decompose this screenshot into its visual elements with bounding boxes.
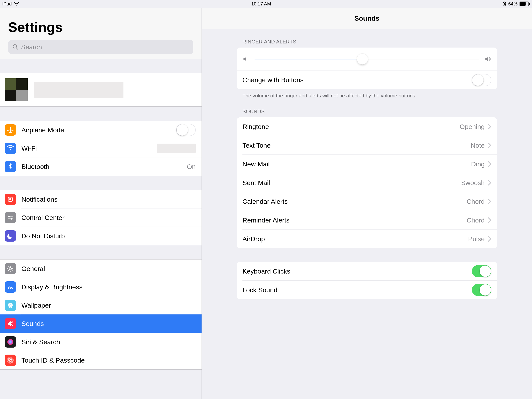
- bell-square-icon: [5, 194, 16, 205]
- chevron-right-icon: [488, 217, 491, 223]
- sidebar-item-label: General: [21, 265, 196, 273]
- sound-row-airdrop[interactable]: AirDrop Pulse: [237, 230, 497, 248]
- svg-line-17: [8, 266, 9, 267]
- profile-row[interactable]: [0, 73, 202, 106]
- clock: 10:17 AM: [19, 1, 503, 7]
- sidebar-item-label: Wi-Fi: [21, 145, 157, 152]
- speaker-high-icon: [484, 56, 491, 63]
- search-icon: [13, 44, 18, 50]
- toggle-row-keyboard clicks: Keyboard Clicks: [237, 262, 497, 281]
- sidebar-item-label: Notifications: [21, 196, 196, 203]
- sound-row-text tone[interactable]: Text Tone Note: [237, 136, 497, 155]
- sliders-icon: [5, 212, 16, 223]
- sound-row-reminder alerts[interactable]: Reminder Alerts Chord: [237, 211, 497, 230]
- sidebar-item-airplane[interactable]: Airplane Mode: [0, 121, 202, 139]
- svg-point-30: [10, 360, 11, 361]
- svg-point-29: [7, 339, 13, 345]
- sound-value: Chord: [467, 216, 485, 224]
- flower-icon: [5, 300, 16, 311]
- sidebar-item-touchid[interactable]: Touch ID & Passcode: [0, 351, 202, 369]
- sound-value: Note: [471, 142, 485, 149]
- profile-name: [34, 82, 123, 98]
- speaker-icon: [5, 318, 16, 329]
- sound-value: Pulse: [468, 235, 485, 243]
- sidebar-item-display[interactable]: AA Display & Brightness: [0, 278, 202, 296]
- sidebar-item-wifi[interactable]: Wi-Fi: [0, 139, 202, 157]
- chevron-right-icon: [488, 236, 491, 242]
- svg-rect-1: [520, 2, 526, 6]
- sound-label: Ringtone: [242, 123, 460, 130]
- svg-line-4: [16, 48, 18, 49]
- svg-line-15: [8, 270, 9, 271]
- wifi-icon: [14, 2, 19, 6]
- svg-rect-8: [8, 216, 13, 217]
- svg-point-24: [10, 306, 12, 308]
- airplane-icon: [5, 124, 16, 135]
- bluetooth-value: On: [187, 163, 196, 170]
- bluetooth-icon: [5, 161, 16, 172]
- sidebar-item-label: Display & Brightness: [21, 283, 196, 291]
- svg-point-11: [9, 268, 12, 270]
- change-buttons-toggle[interactable]: [472, 74, 491, 86]
- chevron-right-icon: [488, 142, 491, 148]
- sound-value: Opening: [460, 123, 485, 130]
- wifi-value: [157, 144, 196, 153]
- sidebar-item-label: Siri & Search: [21, 338, 196, 346]
- text-size-icon: AA: [5, 281, 16, 293]
- airplane-toggle[interactable]: [176, 124, 196, 136]
- search-placeholder: Search: [21, 43, 42, 51]
- sidebar-item-siri[interactable]: Siri & Search: [0, 333, 202, 351]
- search-input[interactable]: Search: [8, 40, 193, 54]
- chevron-right-icon: [488, 199, 491, 204]
- sidebar-item-label: Touch ID & Passcode: [21, 357, 196, 364]
- lock sound-toggle[interactable]: [472, 284, 491, 296]
- sound-label: Reminder Alerts: [242, 216, 467, 224]
- detail-pane: Sounds RINGER AND ALERTS Change with But…: [202, 8, 532, 399]
- sidebar-item-dnd[interactable]: Do Not Disturb: [0, 227, 202, 245]
- svg-rect-6: [9, 198, 11, 200]
- sidebar-item-general[interactable]: General: [0, 259, 202, 278]
- sidebar-item-notifications[interactable]: Notifications: [0, 190, 202, 208]
- sound-label: Text Tone: [242, 142, 471, 149]
- ringer-footer: The volume of the ringer and alerts will…: [237, 89, 497, 99]
- sound-label: New Mail: [242, 160, 471, 168]
- sidebar-item-label: Bluetooth: [21, 163, 187, 170]
- section-header-sounds: SOUNDS: [237, 99, 497, 117]
- sound-label: Calendar Alerts: [242, 198, 467, 205]
- sound-value: Swoosh: [461, 179, 485, 187]
- battery-pct: 64%: [508, 1, 518, 7]
- keyboard clicks-toggle[interactable]: [472, 265, 491, 277]
- svg-line-19: [12, 266, 13, 267]
- chevron-right-icon: [488, 124, 491, 129]
- sound-row-sent mail[interactable]: Sent Mail Swoosh: [237, 174, 497, 192]
- sound-row-calendar alerts[interactable]: Calendar Alerts Chord: [237, 192, 497, 211]
- sidebar-item-label: Sounds: [21, 320, 196, 328]
- device-label: iPad: [2, 1, 12, 7]
- settings-sidebar: Settings Search Airplane Mode: [0, 8, 202, 399]
- svg-rect-10: [8, 219, 13, 219]
- svg-line-13: [12, 270, 13, 271]
- sidebar-item-sounds[interactable]: Sounds: [0, 315, 202, 333]
- avatar: [5, 78, 28, 101]
- section-header-ringer: RINGER AND ALERTS: [237, 29, 497, 48]
- moon-icon: [5, 230, 16, 242]
- chevron-right-icon: [488, 180, 491, 186]
- sidebar-item-bluetooth[interactable]: Bluetooth On: [0, 157, 202, 176]
- sidebar-item-controlcenter[interactable]: Control Center: [0, 208, 202, 227]
- svg-point-34: [7, 357, 13, 363]
- sidebar-item-wallpaper[interactable]: Wallpaper: [0, 296, 202, 315]
- battery-icon: [519, 1, 530, 6]
- wifi-icon: [5, 143, 16, 154]
- ringer-volume-slider[interactable]: [237, 48, 497, 71]
- gear-icon: [5, 263, 16, 274]
- sidebar-item-label: Do Not Disturb: [21, 232, 196, 240]
- detail-title: Sounds: [202, 8, 532, 29]
- status-bar: iPad 10:17 AM 64%: [0, 0, 532, 8]
- sound-row-new mail[interactable]: New Mail Ding: [237, 155, 497, 174]
- toggle-label: Keyboard Clicks: [242, 268, 472, 275]
- svg-point-28: [10, 303, 12, 305]
- svg-text:A: A: [11, 286, 13, 290]
- change-buttons-label: Change with Buttons: [242, 76, 472, 84]
- sound-row-ringtone[interactable]: Ringtone Opening: [237, 117, 497, 136]
- chevron-right-icon: [488, 161, 491, 167]
